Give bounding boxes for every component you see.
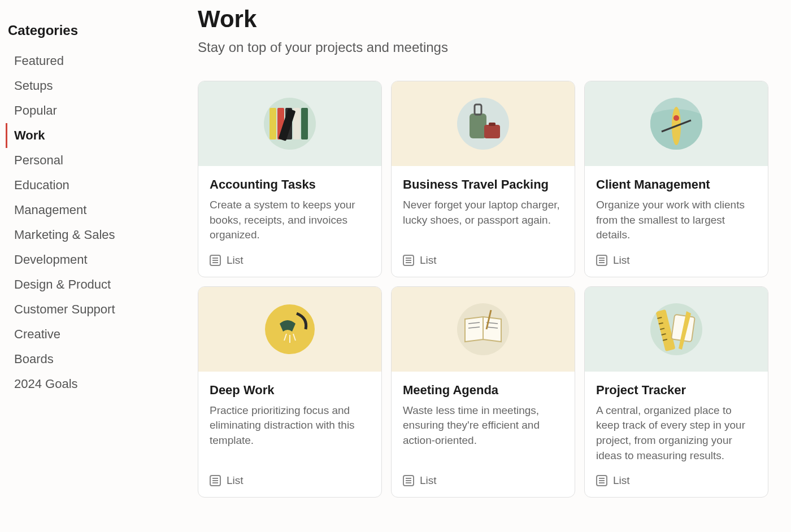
sidebar-item-popular[interactable]: Popular	[6, 98, 192, 123]
sidebar-list: FeaturedSetupsPopularWorkPersonalEducati…	[6, 49, 192, 396]
page-subtitle: Stay on top of your projects and meeting…	[198, 40, 768, 55]
lamp-icon	[264, 303, 316, 355]
sidebar-item-2024-goals[interactable]: 2024 Goals	[6, 372, 192, 396]
sidebar-item-featured[interactable]: Featured	[6, 49, 192, 73]
template-cover	[198, 287, 381, 372]
template-card-business-travel-packing[interactable]: Business Travel PackingNever forget your…	[391, 81, 575, 277]
page-title: Work	[198, 6, 768, 33]
template-body: Accounting TasksCreate a system to keeps…	[198, 166, 381, 277]
template-type-label: List	[420, 254, 437, 267]
list-icon	[210, 475, 221, 486]
template-title: Deep Work	[210, 383, 370, 398]
sidebar-title: Categories	[6, 23, 192, 38]
template-cover	[585, 287, 768, 372]
sidebar-item-label: Design & Product	[14, 277, 111, 291]
sidebar-item-label: Development	[14, 252, 88, 267]
sidebar-item-label: Management	[14, 203, 86, 217]
template-title: Meeting Agenda	[403, 383, 563, 398]
sidebar-item-label: Boards	[14, 352, 54, 366]
template-type: List	[403, 254, 563, 267]
sidebar-item-label: Creative	[14, 327, 60, 341]
template-card-client-management[interactable]: Client ManagementOrganize your work with…	[584, 81, 768, 277]
template-card-project-tracker[interactable]: Project TrackerA central, organized plac…	[584, 286, 768, 498]
sidebar-item-education[interactable]: Education	[6, 173, 192, 198]
svg-point-14	[673, 115, 679, 121]
template-description: Practice prioritizing focus and eliminat…	[210, 403, 370, 463]
template-body: Deep WorkPractice prioritizing focus and…	[198, 372, 381, 497]
template-body: Project TrackerA central, organized plac…	[585, 372, 768, 497]
sidebar-item-label: Marketing & Sales	[14, 228, 115, 242]
svg-rect-11	[489, 123, 496, 126]
svg-rect-10	[484, 125, 500, 138]
template-type-label: List	[420, 474, 437, 487]
luggage-icon	[457, 98, 509, 150]
template-body: Business Travel PackingNever forget your…	[392, 166, 575, 277]
template-type: List	[596, 474, 757, 487]
template-cover	[585, 81, 768, 166]
list-icon	[403, 475, 414, 486]
sidebar-item-setups[interactable]: Setups	[6, 73, 192, 98]
template-type-label: List	[227, 474, 244, 487]
sidebar-item-label: Featured	[14, 54, 64, 68]
template-card-meeting-agenda[interactable]: Meeting AgendaWaste less time in meeting…	[391, 286, 575, 498]
sidebar-item-label: Setups	[14, 79, 53, 93]
template-body: Meeting AgendaWaste less time in meeting…	[392, 372, 575, 497]
sidebar-item-label: Popular	[14, 103, 57, 117]
template-type: List	[596, 254, 757, 267]
list-icon	[596, 475, 607, 486]
list-icon	[403, 255, 414, 266]
sidebar-item-development[interactable]: Development	[6, 247, 192, 272]
template-card-accounting-tasks[interactable]: Accounting TasksCreate a system to keeps…	[198, 81, 382, 277]
template-description: Organize your work with clients from the…	[596, 198, 757, 243]
template-cover	[198, 81, 381, 166]
template-type-label: List	[227, 254, 244, 267]
sidebar-item-personal[interactable]: Personal	[6, 148, 192, 173]
template-title: Client Management	[596, 177, 757, 192]
sidebar-item-creative[interactable]: Creative	[6, 322, 192, 347]
notebook-icon	[457, 303, 509, 355]
template-description: Waste less time in meetings, ensuring th…	[403, 403, 563, 463]
sidebar-item-label: Education	[14, 178, 69, 192]
list-icon	[210, 255, 221, 266]
template-cover	[392, 287, 575, 372]
template-title: Project Tracker	[596, 383, 757, 398]
template-type: List	[210, 474, 370, 487]
template-title: Business Travel Packing	[403, 177, 563, 192]
svg-rect-5	[301, 108, 308, 139]
svg-rect-8	[470, 114, 486, 138]
sidebar-item-management[interactable]: Management	[6, 198, 192, 223]
template-type: List	[403, 474, 563, 487]
sidebar-item-marketing-sales[interactable]: Marketing & Sales	[6, 223, 192, 247]
template-cover	[392, 81, 575, 166]
template-body: Client ManagementOrganize your work with…	[585, 166, 768, 277]
template-description: A central, organized place to keep track…	[596, 403, 757, 463]
sidebar-item-label: Work	[14, 128, 45, 142]
template-description: Never forget your laptop charger, lucky …	[403, 198, 563, 243]
sidebar: Categories FeaturedSetupsPopularWorkPers…	[0, 0, 192, 532]
template-description: Create a system to keeps your books, rec…	[210, 198, 370, 243]
sidebar-item-design-product[interactable]: Design & Product	[6, 272, 192, 297]
sidebar-item-work[interactable]: Work	[6, 123, 192, 148]
list-icon	[596, 255, 607, 266]
sidebar-item-label: 2024 Goals	[14, 377, 78, 391]
template-type-label: List	[613, 254, 630, 267]
main-content: Work Stay on top of your projects and me…	[192, 0, 791, 532]
template-grid: Accounting TasksCreate a system to keeps…	[198, 81, 768, 498]
sidebar-item-label: Customer Support	[14, 302, 115, 316]
rower-icon	[650, 98, 702, 150]
template-type-label: List	[613, 474, 630, 487]
template-title: Accounting Tasks	[210, 177, 370, 192]
template-type: List	[210, 254, 370, 267]
binders-icon	[264, 98, 316, 150]
sidebar-item-label: Personal	[14, 153, 63, 167]
ruler-icon	[650, 303, 702, 355]
template-card-deep-work[interactable]: Deep WorkPractice prioritizing focus and…	[198, 286, 382, 498]
sidebar-item-customer-support[interactable]: Customer Support	[6, 297, 192, 322]
sidebar-item-boards[interactable]: Boards	[6, 347, 192, 372]
svg-rect-1	[270, 108, 276, 139]
